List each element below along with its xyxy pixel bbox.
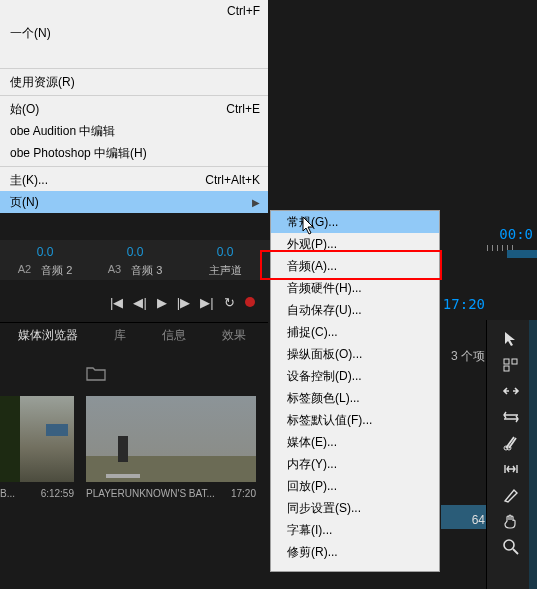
tab-label: 效果: [222, 328, 246, 342]
slip-tool-icon[interactable]: [502, 460, 520, 478]
menu-item[interactable]: Ctrl+F: [0, 0, 268, 22]
submenu-item-device-control[interactable]: 设备控制(D)...: [271, 365, 439, 387]
menu-item[interactable]: obe Audition 中编辑: [0, 120, 268, 142]
folder-icon[interactable]: [86, 365, 106, 381]
submenu-arrow-icon: ▶: [252, 197, 260, 208]
audio-volume-value[interactable]: 0.0: [180, 245, 270, 259]
menu-item[interactable]: 圭(K)... Ctrl+Alt+K: [0, 169, 268, 191]
submenu-item-playback[interactable]: 回放(P)...: [271, 475, 439, 497]
submenu-item-label: 常规(G)...: [287, 214, 338, 231]
rate-stretch-tool-icon[interactable]: [502, 408, 520, 426]
menu-item-label: 一个(N): [10, 25, 51, 42]
menu-item[interactable]: 一个(N): [0, 22, 268, 44]
menu-item-label: 使用资源(R): [10, 74, 75, 91]
submenu-item-label: 同步设置(S)...: [287, 500, 361, 517]
razor-tool-icon[interactable]: [502, 434, 520, 452]
track-label: 主声道: [209, 263, 242, 278]
step-forward-icon[interactable]: |▶: [177, 295, 190, 310]
submenu-item-control-surfaces[interactable]: 操纵面板(O)...: [271, 343, 439, 365]
zoom-tool-icon[interactable]: [502, 538, 520, 556]
menu-item[interactable]: 始(O) Ctrl+E: [0, 98, 268, 120]
tab-libraries[interactable]: 库: [96, 323, 144, 348]
menu-item[interactable]: 使用资源(R): [0, 71, 268, 93]
menu-separator: [0, 95, 268, 96]
submenu-item-label: 设备控制(D)...: [287, 368, 362, 385]
submenu-item-audio[interactable]: 音频(A)...: [271, 255, 439, 277]
audio-mixer-row: 0.0 A2 音频 2 0.0 A3 音频 3 0.0 主声道: [0, 240, 270, 280]
timeline-clip-hint[interactable]: [507, 250, 537, 258]
track-label: 音频 2: [41, 263, 72, 278]
svg-rect-0: [504, 359, 509, 364]
record-icon[interactable]: [245, 297, 255, 307]
submenu-item-sync-settings[interactable]: 同步设置(S)...: [271, 497, 439, 519]
track-select-tool-icon[interactable]: [502, 356, 520, 374]
menu-item-label: 圭(K)...: [10, 172, 48, 189]
menu-item[interactable]: obe Photoshop 中编辑(H): [0, 142, 268, 164]
submenu-item-label: 回放(P)...: [287, 478, 337, 495]
menu-item-shortcut: Ctrl+F: [227, 4, 260, 18]
clip-duration: 64: [472, 513, 485, 527]
loop-icon[interactable]: ↻: [224, 295, 235, 310]
submenu-item-titler[interactable]: 字幕(I)...: [271, 519, 439, 541]
pen-tool-icon[interactable]: [502, 486, 520, 504]
project-item-thumbnail: [0, 396, 74, 482]
submenu-item-label: 标签默认值(F)...: [287, 412, 372, 429]
submenu-item-label: 自动保存(U)...: [287, 302, 362, 319]
project-item-thumbnail: [86, 396, 256, 482]
svg-rect-1: [512, 359, 517, 364]
audio-track-cell[interactable]: 0.0 A3 音频 3: [90, 243, 180, 278]
submenu-item-label: 修剪(R)...: [287, 544, 338, 561]
project-panel-tabs: 媒体浏览器 库 信息 效果: [0, 322, 268, 347]
submenu-item-autosave[interactable]: 自动保存(U)...: [271, 299, 439, 321]
audio-track-cell[interactable]: 0.0 A2 音频 2: [0, 243, 90, 278]
audio-volume-value[interactable]: 0.0: [0, 245, 90, 259]
submenu-item-label: 音频硬件(H)...: [287, 280, 362, 297]
submenu-item-trim[interactable]: 修剪(R)...: [271, 541, 439, 563]
menu-item-label: 页(N): [10, 194, 39, 211]
project-item[interactable]: PLAYERUNKNOWN'S BAT... 17:20: [86, 396, 256, 499]
submenu-item-capture[interactable]: 捕捉(C)...: [271, 321, 439, 343]
goto-in-icon[interactable]: |◀: [110, 295, 123, 310]
project-items-row: B... 6:12:59 PLAYERUNKNOWN'S BAT... 17:2…: [0, 396, 268, 499]
selection-tool-icon[interactable]: [502, 330, 520, 348]
play-icon[interactable]: ▶: [157, 295, 167, 310]
tools-toolbar: [501, 330, 521, 556]
submenu-item-label: 音频(A)...: [287, 258, 337, 275]
submenu-item-label: 捕捉(C)...: [287, 324, 338, 341]
menu-item-shortcut: Ctrl+Alt+K: [205, 173, 260, 187]
submenu-item-label: 字幕(I)...: [287, 522, 332, 539]
step-back-icon[interactable]: ◀|: [133, 295, 146, 310]
menu-item[interactable]: [0, 44, 268, 66]
timecode-playhead: 17:20: [443, 296, 485, 312]
submenu-item-label-colors[interactable]: 标签颜色(L)...: [271, 387, 439, 409]
tab-label: 库: [114, 328, 126, 342]
submenu-item-label: 内存(Y)...: [287, 456, 337, 473]
audio-volume-value[interactable]: 0.0: [90, 245, 180, 259]
submenu-item-media[interactable]: 媒体(E)...: [271, 431, 439, 453]
tab-media-browser[interactable]: 媒体浏览器: [0, 323, 96, 348]
hand-tool-icon[interactable]: [502, 512, 520, 530]
menu-separator: [0, 68, 268, 69]
ripple-edit-tool-icon[interactable]: [502, 382, 520, 400]
tab-info[interactable]: 信息: [144, 323, 204, 348]
items-count: 3 个项: [451, 348, 485, 365]
preferences-submenu: 常规(G)... 外观(P)... 音频(A)... 音频硬件(H)... 自动…: [270, 210, 440, 572]
submenu-item-appearance[interactable]: 外观(P)...: [271, 233, 439, 255]
top-context-menu: Ctrl+F 一个(N) 使用资源(R) 始(O) Ctrl+E obe Aud…: [0, 0, 268, 213]
menu-item-preferences[interactable]: 页(N) ▶: [0, 191, 268, 213]
menu-separator: [0, 166, 268, 167]
submenu-item-label: 媒体(E)...: [287, 434, 337, 451]
goto-out-icon[interactable]: ▶|: [200, 295, 213, 310]
submenu-item-label-defaults[interactable]: 标签默认值(F)...: [271, 409, 439, 431]
track-label: 音频 3: [131, 263, 162, 278]
svg-rect-2: [504, 366, 509, 371]
submenu-item-audio-hardware[interactable]: 音频硬件(H)...: [271, 277, 439, 299]
tab-effects[interactable]: 效果: [204, 323, 264, 348]
menu-item-label: obe Photoshop 中编辑(H): [10, 145, 147, 162]
menu-item-label: obe Audition 中编辑: [10, 123, 115, 140]
project-item[interactable]: B... 6:12:59: [0, 396, 74, 499]
tab-label: 媒体浏览器: [18, 328, 78, 342]
submenu-item-memory[interactable]: 内存(Y)...: [271, 453, 439, 475]
audio-track-cell[interactable]: 0.0 主声道: [180, 243, 270, 278]
submenu-item-general[interactable]: 常规(G)...: [271, 211, 439, 233]
